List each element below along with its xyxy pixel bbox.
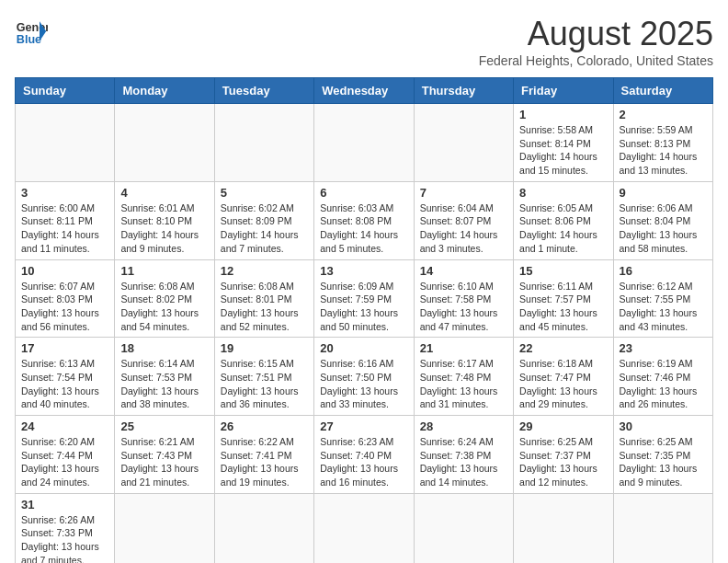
calendar-day-cell xyxy=(115,104,214,182)
day-number: 14 xyxy=(420,264,507,278)
logo: General Blue xyxy=(15,15,48,48)
day-number: 20 xyxy=(320,341,407,355)
day-info: Sunrise: 6:00 AMSunset: 8:11 PMDaylight:… xyxy=(21,201,108,256)
day-info: Sunrise: 6:11 AMSunset: 7:57 PMDaylight:… xyxy=(519,280,607,334)
calendar-week-row: 24Sunrise: 6:20 AMSunset: 7:44 PMDayligh… xyxy=(16,416,713,494)
calendar-day-cell: 7Sunrise: 6:04 AMSunset: 8:07 PMDaylight… xyxy=(414,181,513,259)
day-info: Sunrise: 6:14 AMSunset: 7:53 PMDaylight:… xyxy=(120,357,208,411)
day-number: 7 xyxy=(420,186,507,200)
calendar-day-cell: 30Sunrise: 6:25 AMSunset: 7:35 PMDayligh… xyxy=(613,416,712,494)
calendar-day-cell: 29Sunrise: 6:25 AMSunset: 7:37 PMDayligh… xyxy=(514,416,613,494)
day-info: Sunrise: 6:26 AMSunset: 7:33 PMDaylight:… xyxy=(21,513,108,563)
calendar-day-cell xyxy=(613,493,712,563)
calendar-day-cell: 5Sunrise: 6:02 AMSunset: 8:09 PMDaylight… xyxy=(214,181,313,259)
calendar-day-cell xyxy=(314,493,414,563)
day-number: 24 xyxy=(21,419,108,433)
calendar-day-cell: 21Sunrise: 6:17 AMSunset: 7:48 PMDayligh… xyxy=(414,338,513,416)
day-info: Sunrise: 6:21 AMSunset: 7:43 PMDaylight:… xyxy=(120,435,208,489)
calendar-day-cell: 12Sunrise: 6:08 AMSunset: 8:01 PMDayligh… xyxy=(214,259,313,338)
day-info: Sunrise: 6:12 AMSunset: 7:55 PMDaylight:… xyxy=(620,280,707,334)
day-number: 12 xyxy=(221,264,308,278)
day-info: Sunrise: 6:20 AMSunset: 7:44 PMDaylight:… xyxy=(21,435,108,489)
calendar-day-cell xyxy=(414,104,513,182)
calendar-day-cell: 1Sunrise: 5:58 AMSunset: 8:14 PMDaylight… xyxy=(514,104,613,182)
day-number: 11 xyxy=(120,264,208,278)
day-info: Sunrise: 6:02 AMSunset: 8:09 PMDaylight:… xyxy=(221,201,308,256)
weekday-header-wednesday: Wednesday xyxy=(314,78,414,104)
calendar-subtitle: Federal Heights, Colorado, United States xyxy=(479,53,713,68)
calendar-day-cell: 18Sunrise: 6:14 AMSunset: 7:53 PMDayligh… xyxy=(115,338,214,416)
day-number: 30 xyxy=(620,419,707,433)
day-info: Sunrise: 6:06 AMSunset: 8:04 PMDaylight:… xyxy=(620,201,707,256)
day-info: Sunrise: 5:59 AMSunset: 8:13 PMDaylight:… xyxy=(620,123,707,178)
day-number: 2 xyxy=(620,108,707,121)
weekday-header-friday: Friday xyxy=(514,78,613,104)
weekday-header-row: SundayMondayTuesdayWednesdayThursdayFrid… xyxy=(16,78,713,104)
day-info: Sunrise: 6:23 AMSunset: 7:40 PMDaylight:… xyxy=(320,435,407,489)
calendar-day-cell: 2Sunrise: 5:59 AMSunset: 8:13 PMDaylight… xyxy=(613,104,712,182)
day-number: 22 xyxy=(519,341,607,355)
calendar-title: August 2025 xyxy=(479,15,713,53)
day-number: 8 xyxy=(519,186,607,200)
calendar-day-cell: 27Sunrise: 6:23 AMSunset: 7:40 PMDayligh… xyxy=(314,416,414,494)
day-info: Sunrise: 6:05 AMSunset: 8:06 PMDaylight:… xyxy=(519,201,607,256)
day-info: Sunrise: 6:17 AMSunset: 7:48 PMDaylight:… xyxy=(420,357,507,411)
day-number: 31 xyxy=(21,498,108,511)
calendar-day-cell: 17Sunrise: 6:13 AMSunset: 7:54 PMDayligh… xyxy=(16,338,115,416)
calendar-day-cell: 16Sunrise: 6:12 AMSunset: 7:55 PMDayligh… xyxy=(613,259,712,338)
day-info: Sunrise: 6:25 AMSunset: 7:35 PMDaylight:… xyxy=(620,435,707,489)
calendar-day-cell: 4Sunrise: 6:01 AMSunset: 8:10 PMDaylight… xyxy=(115,181,214,259)
calendar-day-cell: 19Sunrise: 6:15 AMSunset: 7:51 PMDayligh… xyxy=(214,338,313,416)
day-number: 3 xyxy=(21,186,108,200)
day-info: Sunrise: 6:01 AMSunset: 8:10 PMDaylight:… xyxy=(120,201,208,256)
day-number: 28 xyxy=(420,419,507,433)
calendar-day-cell: 25Sunrise: 6:21 AMSunset: 7:43 PMDayligh… xyxy=(115,416,214,494)
calendar-table: SundayMondayTuesdayWednesdayThursdayFrid… xyxy=(15,77,713,563)
calendar-day-cell: 26Sunrise: 6:22 AMSunset: 7:41 PMDayligh… xyxy=(214,416,313,494)
calendar-day-cell xyxy=(16,104,115,182)
day-number: 21 xyxy=(420,341,507,355)
calendar-day-cell xyxy=(314,104,414,182)
calendar-day-cell: 22Sunrise: 6:18 AMSunset: 7:47 PMDayligh… xyxy=(514,338,613,416)
calendar-day-cell: 9Sunrise: 6:06 AMSunset: 8:04 PMDaylight… xyxy=(613,181,712,259)
weekday-header-thursday: Thursday xyxy=(414,78,513,104)
calendar-day-cell: 14Sunrise: 6:10 AMSunset: 7:58 PMDayligh… xyxy=(414,259,513,338)
day-number: 17 xyxy=(21,341,108,355)
day-number: 9 xyxy=(620,186,707,200)
calendar-day-cell: 23Sunrise: 6:19 AMSunset: 7:46 PMDayligh… xyxy=(613,338,712,416)
day-info: Sunrise: 6:04 AMSunset: 8:07 PMDaylight:… xyxy=(420,201,507,256)
day-number: 5 xyxy=(221,186,308,200)
calendar-week-row: 31Sunrise: 6:26 AMSunset: 7:33 PMDayligh… xyxy=(16,493,713,563)
day-number: 26 xyxy=(221,419,308,433)
weekday-header-tuesday: Tuesday xyxy=(214,78,313,104)
calendar-day-cell xyxy=(115,493,214,563)
day-number: 16 xyxy=(620,264,707,278)
day-info: Sunrise: 6:19 AMSunset: 7:46 PMDaylight:… xyxy=(620,357,707,411)
day-number: 19 xyxy=(221,341,308,355)
day-info: Sunrise: 6:08 AMSunset: 8:02 PMDaylight:… xyxy=(120,280,208,334)
day-info: Sunrise: 6:10 AMSunset: 7:58 PMDaylight:… xyxy=(420,280,507,334)
day-info: Sunrise: 5:58 AMSunset: 8:14 PMDaylight:… xyxy=(519,123,607,178)
calendar-week-row: 17Sunrise: 6:13 AMSunset: 7:54 PMDayligh… xyxy=(16,338,713,416)
calendar-day-cell xyxy=(214,493,313,563)
day-info: Sunrise: 6:03 AMSunset: 8:08 PMDaylight:… xyxy=(320,201,407,256)
weekday-header-saturday: Saturday xyxy=(613,78,712,104)
day-number: 1 xyxy=(519,108,607,121)
day-number: 13 xyxy=(320,264,407,278)
day-number: 18 xyxy=(120,341,208,355)
calendar-day-cell: 10Sunrise: 6:07 AMSunset: 8:03 PMDayligh… xyxy=(16,259,115,338)
svg-text:Blue: Blue xyxy=(17,33,41,46)
calendar-day-cell: 20Sunrise: 6:16 AMSunset: 7:50 PMDayligh… xyxy=(314,338,414,416)
day-info: Sunrise: 6:18 AMSunset: 7:47 PMDaylight:… xyxy=(519,357,607,411)
calendar-day-cell: 8Sunrise: 6:05 AMSunset: 8:06 PMDaylight… xyxy=(514,181,613,259)
day-info: Sunrise: 6:22 AMSunset: 7:41 PMDaylight:… xyxy=(221,435,308,489)
calendar-week-row: 1Sunrise: 5:58 AMSunset: 8:14 PMDaylight… xyxy=(16,104,713,182)
day-number: 15 xyxy=(519,264,607,278)
calendar-day-cell: 24Sunrise: 6:20 AMSunset: 7:44 PMDayligh… xyxy=(16,416,115,494)
day-number: 25 xyxy=(120,419,208,433)
day-number: 23 xyxy=(620,341,707,355)
calendar-day-cell xyxy=(214,104,313,182)
calendar-day-cell: 13Sunrise: 6:09 AMSunset: 7:59 PMDayligh… xyxy=(314,259,414,338)
day-number: 27 xyxy=(320,419,407,433)
day-number: 29 xyxy=(519,419,607,433)
